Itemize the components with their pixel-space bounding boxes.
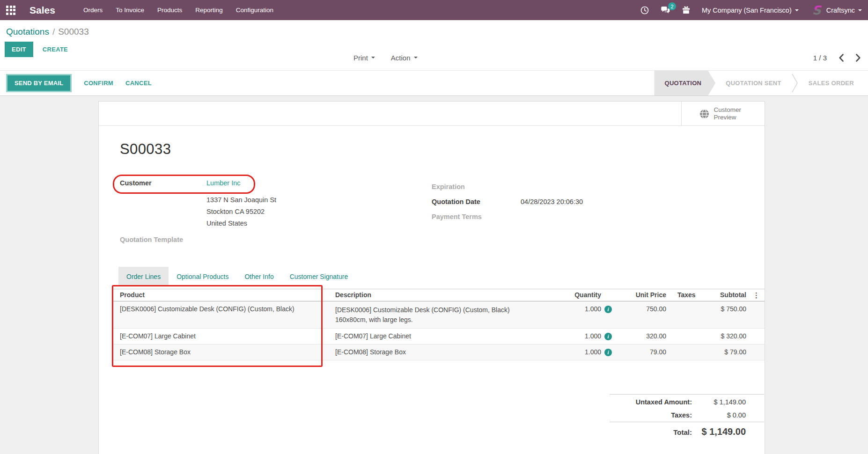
gift-icon[interactable] (682, 6, 691, 15)
tab-order-lines[interactable]: Order Lines (118, 267, 169, 286)
cell-quantity: 1.000 (530, 329, 601, 344)
sheet-button-strip: Customer Preview (99, 102, 765, 126)
cell-unit-price: 320.00 (615, 329, 666, 344)
action-dropdown[interactable]: Action (391, 54, 418, 62)
print-dropdown[interactable]: Print (353, 54, 375, 62)
state-quotation-sent[interactable]: QUOTATION SENT (715, 71, 792, 95)
apps-menu-icon[interactable] (6, 6, 15, 15)
messages-icon[interactable]: 2 (661, 5, 670, 15)
pager-next-button[interactable] (856, 54, 861, 62)
breadcrumb-separator: / (52, 27, 55, 37)
quantity-info-icon[interactable] (604, 333, 612, 340)
cell-unit-price: 750.00 (615, 301, 666, 328)
messages-badge: 2 (668, 2, 676, 10)
table-row[interactable]: [DESK0006] Customizable Desk (CONFIG) (C… (113, 301, 765, 329)
send-by-email-button[interactable]: SEND BY EMAIL (7, 75, 70, 91)
chevron-left-icon (839, 54, 844, 62)
customer-preview-label: Customer Preview (714, 106, 748, 121)
user-name: Craftsync (826, 7, 855, 14)
payment-terms-field: Payment Terms (432, 213, 743, 222)
pager-counter: 1 / 3 (813, 54, 827, 62)
quotation-title: S00033 (120, 141, 765, 158)
chevron-down-icon (795, 9, 799, 11)
cell-subtotal: $ 79.00 (699, 344, 746, 360)
navbar-systray: 2 My Company (San Francisco) S (640, 4, 862, 17)
menu-configuration[interactable]: Configuration (229, 0, 280, 20)
table-header-row: Product Description Quantity Unit Price … (113, 289, 765, 301)
company-name: My Company (San Francisco) (702, 7, 792, 14)
state-sales-order[interactable]: SALES ORDER (798, 71, 868, 95)
cell-description: [E-COM07] Large Cabinet (328, 329, 530, 344)
tab-other-info[interactable]: Other Info (236, 267, 281, 286)
cancel-button[interactable]: CANCEL (125, 80, 152, 87)
taxes-value: $ 0.00 (692, 411, 746, 419)
cell-description: [DESK0006] Customizable Desk (CONFIG) (C… (328, 301, 530, 328)
address-line: 1337 N San Joaquin St (206, 194, 432, 206)
tab-customer-signature[interactable]: Customer Signature (282, 267, 356, 286)
pager-previous-button[interactable] (839, 54, 844, 62)
cell-description: [E-COM08] Storage Box (328, 344, 530, 360)
cell-subtotal: $ 320.00 (699, 329, 746, 344)
quantity-info-icon[interactable] (604, 306, 612, 313)
quantity-info-icon[interactable] (604, 349, 612, 356)
control-panel: Quotations/S00033 EDIT CREATE Print Acti… (0, 20, 868, 70)
svg-text:S: S (812, 4, 822, 17)
user-menu[interactable]: S Craftsync (810, 4, 862, 17)
column-header-description: Description (328, 289, 530, 301)
address-line: United States (206, 218, 432, 229)
activity-clock-icon[interactable] (640, 6, 649, 15)
customer-name-link[interactable]: Lumber Inc (206, 179, 241, 189)
state-pipeline: QUOTATION QUOTATION SENT SALES ORDER (654, 71, 868, 95)
breadcrumb-quotations[interactable]: Quotations (6, 27, 49, 37)
chevron-down-icon (371, 57, 375, 59)
taxes-label: Taxes: (610, 411, 692, 419)
customer-address: 1337 N San Joaquin St Stockton CA 95202 … (206, 194, 432, 229)
cell-product: [DESK0006] Customizable Desk (CONFIG) (C… (113, 301, 328, 328)
breadcrumb: Quotations/S00033 (0, 20, 868, 37)
cell-unit-price: 79.00 (615, 344, 666, 360)
quotation-template-label: Quotation Template (120, 236, 432, 243)
payment-terms-label: Payment Terms (432, 213, 521, 222)
column-header-product: Product (113, 289, 328, 301)
menu-to-invoice[interactable]: To Invoice (109, 0, 151, 20)
untaxed-amount-label: Untaxed Amount: (610, 398, 692, 406)
form-fields: Customer Lumber Inc 1337 N San Joaquin S… (120, 179, 743, 243)
top-navbar: Sales Orders To Invoice Products Reporti… (0, 0, 868, 20)
create-button[interactable]: CREATE (43, 46, 68, 53)
totals-block: Untaxed Amount: $ 1,149.00 Taxes: $ 0.00… (610, 394, 764, 440)
column-header-quantity: Quantity (530, 289, 601, 301)
state-quotation[interactable]: QUOTATION (654, 71, 715, 95)
confirm-button[interactable]: CONFIRM (84, 80, 113, 87)
table-row[interactable]: [E-COM07] Large Cabinet [E-COM07] Large … (113, 329, 765, 344)
customer-label: Customer (120, 179, 206, 189)
globe-icon (699, 109, 710, 119)
column-header-unit-price: Unit Price (615, 289, 666, 301)
table-row[interactable]: [E-COM08] Storage Box [E-COM08] Storage … (113, 344, 765, 360)
cell-product: [E-COM08] Storage Box (113, 344, 328, 360)
optional-columns-toggle-icon[interactable] (753, 291, 760, 299)
menu-reporting[interactable]: Reporting (189, 0, 229, 20)
statusbar: SEND BY EMAIL CONFIRM CANCEL QUOTATION Q… (0, 70, 868, 96)
cell-quantity: 1.000 (530, 301, 601, 328)
notebook-tabs: Order Lines Optional Products Other Info… (118, 267, 765, 286)
company-switcher[interactable]: My Company (San Francisco) (702, 7, 799, 14)
menu-orders[interactable]: Orders (77, 0, 109, 20)
pager: 1 / 3 (813, 50, 861, 66)
cell-subtotal: $ 750.00 (699, 301, 746, 328)
customer-preview-button[interactable]: Customer Preview (681, 102, 765, 126)
tab-optional-products[interactable]: Optional Products (169, 267, 236, 286)
edit-button[interactable]: EDIT (5, 42, 33, 57)
column-header-subtotal: Subtotal (699, 289, 746, 301)
total-row: Total: $ 1,149.00 (610, 422, 764, 440)
customer-field: Customer Lumber Inc (120, 179, 432, 189)
quotation-date-label: Quotation Date (432, 198, 521, 207)
breadcrumb-current: S00033 (58, 27, 89, 37)
total-value: $ 1,149.00 (692, 426, 746, 437)
app-name[interactable]: Sales (29, 5, 55, 16)
menu-products[interactable]: Products (151, 0, 189, 20)
cell-taxes (666, 329, 699, 344)
chevron-down-icon (414, 57, 418, 59)
total-label: Total: (610, 428, 692, 436)
untaxed-amount-row: Untaxed Amount: $ 1,149.00 (610, 394, 764, 409)
quotation-form-sheet: Customer Preview S00033 Customer Lumber … (98, 101, 765, 454)
